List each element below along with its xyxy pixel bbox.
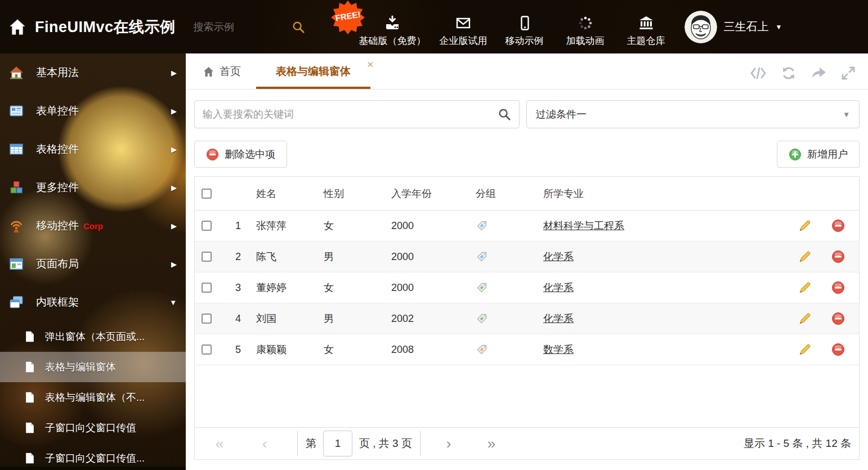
cell-gender: 男 xyxy=(319,250,386,263)
select-all-checkbox[interactable] xyxy=(202,189,212,199)
row-checkbox[interactable] xyxy=(202,221,212,231)
avatar[interactable] xyxy=(684,11,717,43)
sidebar-item-mobile-controls[interactable]: 移动控件Corp ▶ xyxy=(0,207,186,245)
chevron-right-icon: ▶ xyxy=(171,69,177,77)
tab-home[interactable]: 首页 xyxy=(203,64,241,79)
page-content: 过滤条件一 ▼ 删除选中项 xyxy=(186,89,868,460)
header-search-placeholder: 搜索示例 xyxy=(194,20,234,34)
delete-icon[interactable] xyxy=(831,219,845,232)
cell-year: 2000 xyxy=(386,282,471,294)
nav-basic-free[interactable]: FREE! 基础版（免费） xyxy=(359,7,426,47)
prev-page-icon[interactable]: ‹ xyxy=(257,436,272,451)
sidebar-subitem-child-to-parent-2[interactable]: 子窗口向父窗口传值... xyxy=(0,443,186,470)
chevron-right-icon: ▶ xyxy=(171,222,177,230)
filter-select[interactable]: 过滤条件一 ▼ xyxy=(526,100,860,128)
sidebar-item-page-layout[interactable]: 页面布局 ▶ xyxy=(0,245,186,283)
table-row: 1 张萍萍 女 2000 材料科学与工程系 xyxy=(195,211,859,241)
row-checkbox[interactable] xyxy=(202,283,212,293)
column-header-group[interactable]: 分组 xyxy=(471,187,538,200)
filter-select-value: 过滤条件一 xyxy=(536,108,587,121)
table-row: 5 康颖颖 女 2008 数学系 xyxy=(195,334,859,365)
download-icon xyxy=(384,15,401,32)
sidebar-subitem-label: 弹出窗体（本页面或... xyxy=(45,330,145,343)
mobile-icon xyxy=(516,15,533,32)
row-number: 1 xyxy=(220,220,241,232)
page-input[interactable] xyxy=(323,431,352,456)
column-header-gender[interactable]: 性别 xyxy=(319,187,386,200)
table-header-row: 姓名 性别 入学年份 分组 所学专业 xyxy=(195,177,859,211)
refresh-icon[interactable] xyxy=(781,66,796,80)
first-page-icon[interactable]: « xyxy=(212,436,227,451)
edit-pencil-icon[interactable] xyxy=(798,250,812,263)
major-link[interactable]: 化学系 xyxy=(543,251,574,262)
minus-circle-icon xyxy=(206,148,219,161)
edit-pencil-icon[interactable] xyxy=(798,312,812,325)
file-icon xyxy=(24,330,36,343)
column-header-major[interactable]: 所学专业 xyxy=(538,187,793,200)
sidebar-subitem-label: 表格与编辑窗体（不... xyxy=(45,391,145,404)
close-icon[interactable]: ✕ xyxy=(366,60,374,70)
caret-down-icon[interactable]: ▼ xyxy=(776,23,782,31)
pagination-bar: « ‹ 第 页 , 共 3 页 › » 显示 1 - 5 条 , 共 12 条 xyxy=(195,427,859,459)
next-page-icon[interactable]: › xyxy=(441,436,457,451)
major-link[interactable]: 化学系 xyxy=(543,313,574,324)
sidebar-subitem-popup-window[interactable]: 弹出窗体（本页面或... xyxy=(0,321,186,352)
delete-icon[interactable] xyxy=(831,312,845,325)
home-icon[interactable] xyxy=(8,17,27,37)
sidebar-item-label: 内联框架 xyxy=(36,295,169,310)
header-search[interactable]: 搜索示例 xyxy=(194,20,305,34)
major-link[interactable]: 材料科学与工程系 xyxy=(543,220,624,231)
edit-pencil-icon[interactable] xyxy=(798,219,812,232)
sidebar-subitem-child-to-parent[interactable]: 子窗口向父窗口传值 xyxy=(0,413,186,443)
sidebar-item-iframe[interactable]: 内联框架 ▼ xyxy=(0,283,186,321)
keyword-search-box[interactable] xyxy=(194,100,520,128)
search-input[interactable] xyxy=(203,109,498,120)
delete-icon[interactable] xyxy=(831,343,845,356)
column-header-year[interactable]: 入学年份 xyxy=(386,187,471,200)
chevron-down-icon: ▼ xyxy=(169,298,177,307)
table-row: 2 陈飞 男 2000 化学系 xyxy=(195,241,859,272)
nav-enterprise-trial[interactable]: 企业版试用 xyxy=(440,7,487,47)
edit-pencil-icon[interactable] xyxy=(798,343,812,356)
cell-gender: 男 xyxy=(319,312,386,325)
major-link[interactable]: 数学系 xyxy=(543,344,574,355)
search-icon[interactable] xyxy=(498,108,511,121)
row-checkbox[interactable] xyxy=(202,252,212,262)
sidebar-subitem-grid-edit-window-2[interactable]: 表格与编辑窗体（不... xyxy=(0,382,186,413)
tag-icon xyxy=(476,281,488,294)
sidebar-item-more-controls[interactable]: 更多控件 ▶ xyxy=(0,168,186,207)
delete-icon[interactable] xyxy=(831,250,845,263)
expand-icon[interactable] xyxy=(841,66,856,80)
row-checkbox[interactable] xyxy=(202,344,212,355)
header-nav: FREE! 基础版（免费） 企业版试用 xyxy=(359,7,670,47)
column-header-name[interactable]: 姓名 xyxy=(241,187,319,200)
sidebar-item-grid-controls[interactable]: 表格控件 ▶ xyxy=(0,130,186,168)
tab-grid-edit-window[interactable]: 表格与编辑窗体 ✕ xyxy=(256,64,370,89)
nav-mobile-demo[interactable]: 移动示例 xyxy=(501,7,548,47)
sidebar-item-label: 更多控件 xyxy=(36,180,171,195)
cell-gender: 女 xyxy=(319,343,386,356)
major-link[interactable]: 化学系 xyxy=(543,282,574,293)
divider xyxy=(420,431,420,456)
last-page-icon[interactable]: » xyxy=(484,436,499,451)
user-menu[interactable]: 三生石上 ▼ xyxy=(684,11,782,43)
source-code-icon[interactable] xyxy=(750,66,767,80)
search-icon[interactable] xyxy=(292,20,305,34)
divider xyxy=(297,431,298,456)
nav-label: 企业版试用 xyxy=(440,34,487,47)
row-checkbox[interactable] xyxy=(202,314,212,324)
delete-icon[interactable] xyxy=(831,281,845,294)
chevron-right-icon: ▶ xyxy=(171,183,177,192)
nav-theme-store[interactable]: 主题仓库 xyxy=(623,7,670,47)
delete-selected-button[interactable]: 删除选中项 xyxy=(194,141,287,168)
share-forward-icon[interactable] xyxy=(811,66,826,80)
sidebar-subitem-grid-edit-window[interactable]: 表格与编辑窗体 xyxy=(0,352,186,382)
add-user-button[interactable]: 新增用户 xyxy=(777,141,860,168)
sidebar-item-form-controls[interactable]: 表单控件 ▶ xyxy=(0,92,186,130)
brand[interactable]: FineUIMvc在线示例 xyxy=(8,17,176,37)
edit-pencil-icon[interactable] xyxy=(798,281,812,294)
nav-loading-animation[interactable]: 加载动画 xyxy=(562,7,609,47)
sidebar-item-basic-usage[interactable]: 基本用法 ▶ xyxy=(0,53,186,92)
bank-icon xyxy=(638,15,655,32)
username[interactable]: 三生石上 xyxy=(724,19,769,34)
